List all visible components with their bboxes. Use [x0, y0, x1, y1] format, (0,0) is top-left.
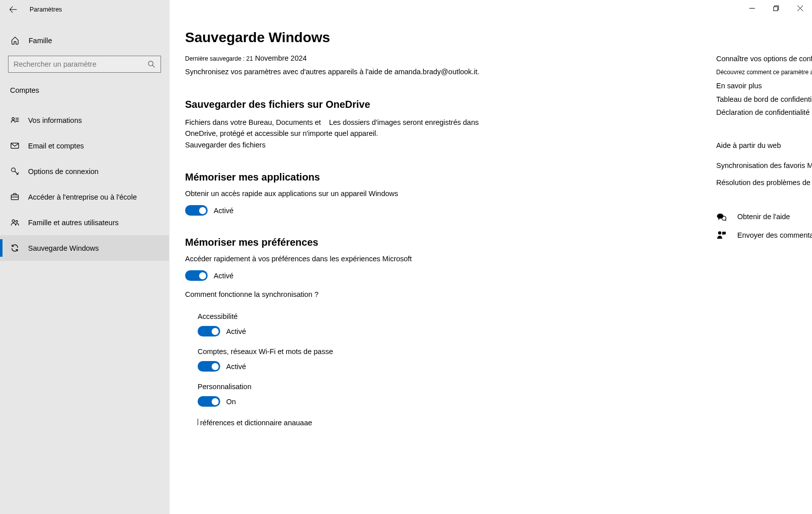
minimize-button[interactable]: [740, 0, 764, 16]
right-rail: Connaître vos options de confidentialité…: [716, 55, 812, 249]
pref-accounts-wifi: Comptes, réseaux Wi-Fi et mots de passe …: [198, 348, 531, 372]
svg-point-1: [12, 117, 15, 120]
nav-family-users[interactable]: Famille et autres utilisateurs: [0, 210, 169, 235]
svg-point-5: [12, 220, 15, 222]
nav-label: Options de connexion: [28, 167, 98, 176]
onedrive-text-a: Fichiers dans votre Bureau, Documents et: [185, 118, 323, 126]
get-help-label: Obtenir de l'aide: [737, 213, 790, 221]
apps-heading: Mémoriser mes applications: [185, 172, 531, 183]
apps-desc: Obtenir un accès rapide aux applications…: [185, 190, 531, 198]
nav-signin-options[interactable]: Options de connexion: [0, 158, 169, 184]
person-card-icon: [10, 115, 20, 125]
nav-label: Famille et autres utilisateurs: [28, 219, 119, 227]
onedrive-section: Sauvegarder des fichiers sur OneDrive Fi…: [185, 99, 531, 150]
privacy-heading: Connaître vos options de confidentialité: [716, 55, 812, 63]
search-box[interactable]: [8, 56, 161, 73]
search-wrap: [0, 50, 169, 78]
pref-accessibility: Accessibilité Activé: [198, 312, 531, 336]
sync-description: Synchronisez vos paramètres avec d'autre…: [185, 67, 531, 77]
prefs-toggle[interactable]: [185, 270, 208, 281]
page-title: Sauvegarde Windows: [185, 30, 531, 46]
key-icon: [10, 166, 20, 176]
svg-point-8: [717, 214, 724, 219]
nav-label: Sauvegarde Windows: [28, 244, 99, 252]
nav-windows-backup[interactable]: Sauvegarde Windows: [0, 235, 169, 261]
main: Sauvegarde Windows Dernière sauvegarde :…: [170, 0, 812, 514]
onedrive-text: Fichiers dans votre Bureau, Documents et…: [185, 117, 486, 139]
rail-actions: Obtenir de l'aide Envoyer des commentair…: [716, 212, 812, 240]
pref-personalization-toggle[interactable]: [198, 396, 220, 407]
onedrive-heading: Sauvegarder des fichiers sur OneDrive: [185, 99, 531, 110]
pref-truncated: références et dictionnaire anauaae: [198, 419, 531, 427]
apps-section: Mémoriser mes applications Obtenir un ac…: [185, 172, 531, 216]
pref-accessibility-toggle[interactable]: [198, 326, 220, 336]
feedback-icon: [716, 230, 726, 240]
apps-toggle-label: Activé: [214, 207, 234, 215]
prefs-section: Mémoriser mes préférences Accéder rapide…: [185, 237, 531, 427]
home-icon: [10, 36, 20, 45]
briefcase-icon: [10, 192, 20, 202]
get-help-action[interactable]: Obtenir de l'aide: [716, 212, 812, 222]
arrow-left-icon: [9, 6, 17, 14]
sync-icon: [10, 243, 20, 253]
sidebar: Paramètres Famille Comptes Vos inform: [0, 0, 170, 514]
webhelp-edge-sync[interactable]: Synchronisation des favoris Microsoft Ed…: [716, 160, 812, 171]
apps-toggle[interactable]: [185, 205, 208, 216]
prefs-toggle-label: Activé: [214, 272, 234, 280]
pref-toggle-label: Activé: [226, 363, 246, 371]
search-icon: [147, 60, 155, 68]
backup-files-link[interactable]: Sauvegarder des fichiers: [185, 139, 486, 150]
svg-rect-7: [773, 7, 777, 11]
search-input[interactable]: [14, 60, 147, 68]
content: Sauvegarde Windows Dernière sauvegarde :…: [170, 30, 531, 514]
back-button[interactable]: [9, 6, 17, 14]
window-controls: [740, 0, 812, 16]
close-icon: [797, 6, 803, 11]
svg-rect-11: [722, 232, 726, 235]
privacy-block: Connaître vos options de confidentialité…: [716, 55, 812, 118]
pref-group: Accessibilité Activé Comptes, réseaux Wi…: [185, 312, 531, 427]
webhelp-onedrive-sync[interactable]: Résolution des problèmes de Synchronisat…: [716, 177, 812, 188]
titlebar: Paramètres: [0, 0, 169, 19]
pref-title: Personnalisation: [198, 383, 531, 391]
help-icon: [716, 212, 726, 222]
pref-accounts-wifi-toggle[interactable]: [198, 361, 220, 372]
pref-title: Accessibilité: [198, 312, 531, 320]
window-title: Paramètres: [30, 6, 62, 13]
app-root: Paramètres Famille Comptes Vos inform: [0, 0, 812, 514]
privacy-statement-link[interactable]: Déclaration de confidentialité: [716, 107, 812, 118]
maximize-button[interactable]: [764, 0, 788, 16]
nav: Vos informations Email et comptes Option…: [0, 107, 169, 261]
nav-label: Accéder à l'entreprise ou à l'école: [28, 193, 137, 201]
privacy-learn-more[interactable]: En savoir plus: [716, 80, 812, 91]
how-sync-works-link[interactable]: Comment fonctionne la synchronisation ?: [185, 290, 531, 298]
nav-email-accounts[interactable]: Email et comptes: [0, 133, 169, 158]
svg-point-0: [148, 61, 153, 66]
pref-personalization: Personnalisation On: [198, 383, 531, 407]
nav-your-info[interactable]: Vos informations: [0, 107, 169, 133]
last-backup-prefix: Dernière sauvegarde : 21: [185, 55, 253, 62]
maximize-icon: [773, 6, 779, 11]
nav-work-school[interactable]: Accéder à l'entreprise ou à l'école: [0, 184, 169, 210]
home-label: Famille: [29, 37, 52, 45]
webhelp-heading: Aide à partir du web: [716, 141, 812, 149]
prefs-desc: Accéder rapidement à vos préférences dan…: [185, 255, 531, 263]
pref-title: Comptes, réseaux Wi-Fi et mots de passe: [198, 348, 531, 356]
privacy-dashboard-link[interactable]: Tableau de bord de confidentialité: [716, 94, 812, 105]
last-backup: Dernière sauvegarde : 21 Novembre 2024: [185, 54, 531, 62]
pref-toggle-label: On: [226, 398, 236, 406]
pref-toggle-label: Activé: [226, 327, 246, 335]
webhelp-block: Aide à partir du web Synchronisation des…: [716, 141, 812, 189]
close-button[interactable]: [788, 0, 812, 16]
nav-label: Email et comptes: [28, 142, 84, 150]
svg-point-10: [718, 231, 722, 235]
home-row[interactable]: Famille: [0, 31, 169, 50]
privacy-text: Découvrez comment ce paramètre a un impa…: [716, 68, 812, 77]
svg-point-6: [16, 221, 18, 223]
minimize-icon: [749, 6, 755, 11]
last-backup-suffix: Novembre 2024: [253, 54, 306, 62]
feedback-action[interactable]: Envoyer des commentaires: [716, 230, 812, 240]
category-label: Comptes: [0, 80, 169, 100]
nav-label: Vos informations: [28, 116, 82, 124]
people-icon: [10, 218, 20, 227]
